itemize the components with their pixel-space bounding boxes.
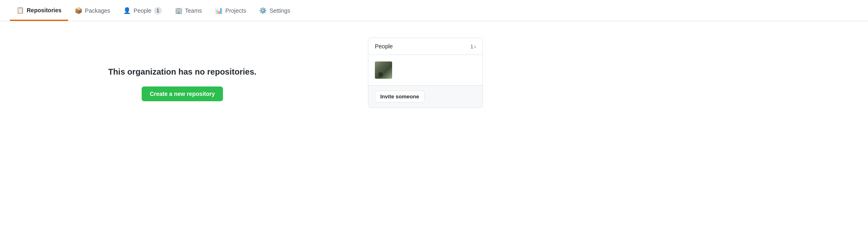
people-count: 1 [470,43,473,50]
people-icon: 👤 [123,7,131,14]
chevron-right-icon: › [474,43,476,50]
tab-repositories[interactable]: 📋 Repositories [10,0,68,21]
tab-people[interactable]: 👤 People 1 [117,0,168,21]
panel-footer: Invite someone [368,85,482,107]
people-count-link[interactable]: 1 › [470,43,476,50]
projects-icon: 📊 [215,7,223,14]
page-wrapper: 📋 Repositories 📦 Packages 👤 People 1 🏢 T… [0,0,868,241]
panel-header: People 1 › [368,38,482,55]
empty-message: This organization has no repositories. [108,67,256,77]
tab-teams[interactable]: 🏢 Teams [168,0,209,21]
invite-someone-button[interactable]: Invite someone [375,91,425,102]
settings-icon: ⚙️ [259,7,267,14]
create-repository-button[interactable]: Create a new repository [142,86,223,101]
tab-packages[interactable]: 📦 Packages [68,0,117,21]
avatar-area [368,55,482,85]
tab-settings[interactable]: ⚙️ Settings [253,0,297,21]
tab-projects[interactable]: 📊 Projects [209,0,253,21]
nav-tabs: 📋 Repositories 📦 Packages 👤 People 1 🏢 T… [0,0,868,21]
tab-people-label: People [133,7,152,14]
teams-icon: 🏢 [175,7,183,14]
packages-icon: 📦 [75,7,83,14]
tab-settings-label: Settings [269,7,290,14]
people-panel: People 1 › Invite someone [368,38,483,108]
main-content: This organization has no repositories. C… [0,21,493,147]
tab-teams-label: Teams [185,7,202,14]
tab-projects-label: Projects [225,7,246,14]
avatar-photo [375,61,392,79]
tab-packages-label: Packages [85,7,110,14]
repositories-icon: 📋 [16,7,24,14]
tab-repositories-label: Repositories [27,7,62,14]
panel-title: People [375,43,393,50]
left-area: This organization has no repositories. C… [10,34,355,134]
avatar[interactable] [375,61,392,79]
people-badge: 1 [154,7,162,14]
